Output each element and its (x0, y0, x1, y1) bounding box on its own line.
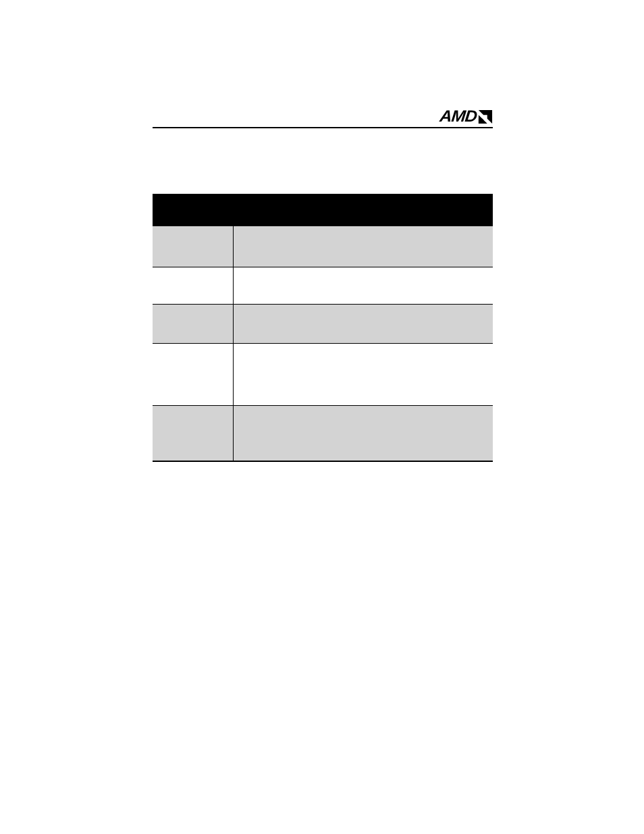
table-cell (233, 226, 493, 267)
table-cell (153, 226, 233, 267)
amd-logo-text: AMD (439, 107, 478, 126)
content-area: AMD (153, 105, 493, 462)
table-header-cell (153, 194, 493, 226)
table-row (153, 405, 493, 461)
table-cell (153, 405, 233, 461)
table-cell (153, 304, 233, 343)
table-row (153, 267, 493, 304)
table-cell (153, 267, 233, 304)
table-cell (233, 343, 493, 405)
table (153, 194, 493, 462)
table-cell (233, 405, 493, 461)
table-row (153, 343, 493, 405)
table-cell (233, 304, 493, 343)
document-page: AMD (0, 0, 644, 834)
table-cell (153, 343, 233, 405)
table-cell (233, 267, 493, 304)
amd-logo: AMD (441, 107, 493, 126)
data-table (153, 194, 493, 462)
table-header-row (153, 194, 493, 226)
amd-arrow-icon (478, 109, 493, 124)
page-header-rule: AMD (153, 105, 493, 128)
table-row (153, 304, 493, 343)
table-row (153, 226, 493, 267)
